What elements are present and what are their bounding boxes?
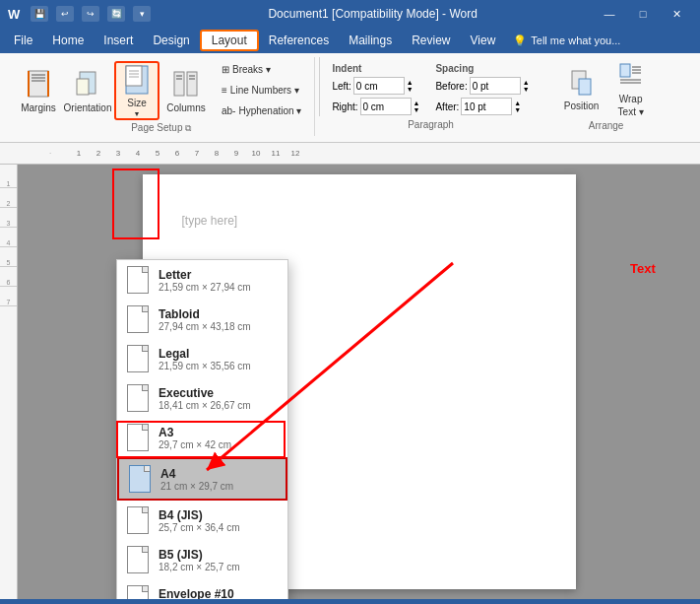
menu-file[interactable]: File (4, 30, 42, 51)
size-button[interactable]: Size ▼ (114, 61, 159, 120)
spacing-before-input[interactable] (470, 77, 521, 95)
wrap-text-button[interactable]: Wrap Text ▾ (608, 59, 654, 118)
lightbulb-icon: 💡 (513, 34, 527, 47)
redo-quick-icon[interactable]: ↪ (82, 6, 99, 22)
dropdown-item-b5jis[interactable]: B5 (JIS) 18,2 cm × 25,7 cm (117, 540, 287, 579)
indent-left-input[interactable] (353, 77, 405, 95)
ruler-mark-7: 7 (187, 149, 207, 158)
tell-me-area[interactable]: 💡 Tell me what you... (513, 34, 620, 47)
menu-design[interactable]: Design (143, 30, 199, 51)
hyphenation-button[interactable]: ab- Hyphenation ▾ (217, 101, 306, 120)
ribbon-group-content: Margins Orientation (16, 59, 306, 120)
paper-icon-b4jis (127, 506, 149, 534)
vertical-ruler: 1 2 3 4 5 6 7 (0, 165, 18, 599)
legal-dims: 21,59 cm × 35,56 cm (159, 361, 251, 371)
dropdown-item-a3[interactable]: A3 29,7 cm × 42 cm (117, 418, 287, 457)
window-controls: — □ ✕ (594, 4, 692, 24)
v-ruler-2: 2 (0, 188, 17, 208)
paper-icon-tabloid (127, 305, 149, 333)
dropdown-item-b4jis-text: B4 (JIS) 25,7 cm × 36,4 cm (159, 508, 240, 533)
ruler-mark-5: 5 (148, 149, 167, 158)
dropdown-item-letter[interactable]: Letter 21,59 cm × 27,94 cm (117, 260, 287, 300)
dropdown-item-env10[interactable]: Envelope #10 10,48 cm × 24,13 cm (117, 579, 287, 599)
breaks-label: Breaks ▾ (232, 64, 271, 75)
title-bar: W 💾 ↩ ↪ 🔄 ▾ Document1 [Compatibility Mod… (0, 0, 700, 28)
spacing-before-spinner[interactable]: ▲▼ (523, 79, 530, 93)
ruler-mark-9: 9 (226, 149, 246, 158)
indent-right-input[interactable] (360, 98, 412, 115)
position-label: Position (564, 101, 600, 111)
b5jis-name: B5 (JIS) (159, 548, 240, 562)
menu-layout[interactable]: Layout (200, 30, 259, 51)
line-numbers-button[interactable]: ≡ Line Numbers ▾ (217, 80, 306, 100)
close-button[interactable]: ✕ (661, 4, 692, 24)
svg-rect-7 (77, 79, 89, 95)
dropdown-item-a4[interactable]: A4 21 cm × 29,7 cm (117, 457, 287, 501)
line-numbers-icon: ≡ (222, 85, 227, 96)
word-logo-icon: W (8, 7, 20, 22)
tell-me-text: Tell me what you... (531, 34, 620, 46)
indent-right-label: Right: (332, 101, 357, 112)
v-ruler-7: 7 (0, 287, 17, 306)
dropdown-item-a4-text: A4 21 cm × 29,7 cm (160, 467, 233, 492)
letter-name: Letter (159, 268, 251, 282)
ruler-mark-4: 4 (128, 149, 148, 158)
spacing-before-label: Before: (435, 81, 467, 92)
page-setup-expand-icon[interactable]: ⧉ (185, 123, 191, 133)
menu-home[interactable]: Home (42, 30, 94, 51)
menu-references[interactable]: References (259, 30, 339, 51)
ruler-mark-3: 3 (108, 149, 128, 158)
breaks-button[interactable]: ⊞ Breaks ▾ (217, 59, 306, 79)
a4-name: A4 (160, 467, 233, 481)
columns-button[interactable]: Columns (163, 61, 209, 120)
b4jis-name: B4 (JIS) (159, 508, 240, 522)
menu-insert[interactable]: Insert (94, 30, 143, 51)
ruler-inner: · 1 2 3 4 5 6 7 8 9 10 11 12 (49, 149, 305, 158)
menu-view[interactable]: View (461, 30, 506, 51)
more-quick-icon[interactable]: ▾ (133, 6, 151, 22)
position-button[interactable]: Position (559, 59, 605, 118)
dropdown-item-b4jis[interactable]: B4 (JIS) 25,7 cm × 36,4 cm (117, 501, 287, 540)
size-dropdown: Letter 21,59 cm × 27,94 cm Tabloid 27,94… (116, 259, 288, 599)
spacing-after-row: After: ▲▼ (435, 98, 529, 115)
dropdown-item-legal[interactable]: Legal 21,59 cm × 35,56 cm (117, 339, 287, 378)
v-ruler-1: 1 (0, 168, 17, 188)
b5jis-dims: 18,2 cm × 25,7 cm (159, 562, 240, 572)
position-icon (566, 67, 598, 99)
columns-icon (170, 69, 202, 101)
minimize-button[interactable]: — (594, 4, 625, 24)
dropdown-item-b5jis-text: B5 (JIS) 18,2 cm × 25,7 cm (159, 548, 240, 572)
ruler-mark-8: 8 (207, 149, 226, 158)
orientation-icon (72, 69, 103, 101)
letter-dims: 21,59 cm × 27,94 cm (159, 282, 251, 293)
paper-icon-executive (127, 384, 149, 412)
spacing-label: Spacing (435, 63, 529, 74)
dropdown-item-legal-text: Legal 21,59 cm × 35,56 cm (159, 347, 251, 371)
dropdown-item-tabloid[interactable]: Tabloid 27,94 cm × 43,18 cm (117, 300, 287, 339)
v-ruler-5: 5 (0, 247, 17, 267)
b4jis-dims: 25,7 cm × 36,4 cm (159, 522, 240, 533)
indent-left-spinner[interactable]: ▲▼ (407, 79, 414, 93)
hyphenation-icon: ab- (222, 105, 235, 116)
size-dropdown-arrow: ▼ (134, 110, 141, 117)
svg-rect-9 (126, 66, 142, 86)
page-setup-label: Page Setup ⧉ (131, 122, 191, 134)
a3-name: A3 (159, 426, 231, 439)
menu-review[interactable]: Review (402, 30, 460, 51)
menu-mailings[interactable]: Mailings (339, 30, 402, 51)
dropdown-item-executive[interactable]: Executive 18,41 cm × 26,67 cm (117, 378, 287, 418)
orientation-button[interactable]: Orientation (65, 61, 110, 120)
svg-rect-20 (579, 79, 591, 95)
undo-quick-icon[interactable]: ↩ (56, 6, 74, 22)
spacing-after-input[interactable] (461, 98, 512, 115)
indent-right-spinner[interactable]: ▲▼ (414, 100, 420, 113)
margins-button[interactable]: Margins (16, 61, 61, 120)
paper-icon-a4 (129, 465, 151, 493)
refresh-quick-icon[interactable]: 🔄 (107, 6, 125, 22)
orientation-label: Orientation (64, 102, 112, 113)
a3-dims: 29,7 cm × 42 cm (159, 439, 231, 450)
line-numbers-label: Line Numbers ▾ (230, 85, 299, 96)
spacing-after-spinner[interactable]: ▲▼ (514, 100, 521, 113)
maximize-button[interactable]: □ (627, 4, 659, 24)
save-quick-icon[interactable]: 💾 (31, 6, 48, 22)
